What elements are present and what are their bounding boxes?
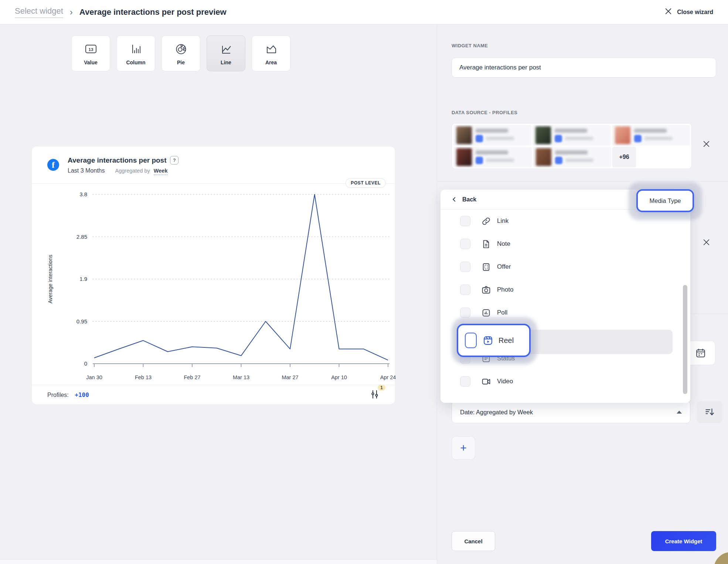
reel-label: Reel — [499, 336, 514, 345]
data-source-label: DATA SOURCE - PROFILES — [452, 110, 517, 115]
profile-item[interactable] — [533, 125, 610, 146]
profiles-row: +96 — [453, 147, 690, 167]
profile-text-blur — [555, 150, 593, 164]
media-type-option-offer[interactable]: Offer — [440, 255, 690, 278]
checkbox[interactable] — [460, 239, 470, 249]
checkbox[interactable] — [460, 308, 470, 318]
create-widget-button[interactable]: Create Widget — [651, 531, 716, 551]
video-icon — [481, 377, 491, 387]
profile-item[interactable] — [612, 125, 690, 146]
data-source-profiles[interactable]: +96 — [452, 123, 692, 169]
aggregated-value[interactable]: Week — [154, 168, 168, 175]
media-type-label: Media Type — [650, 197, 681, 204]
reel-tour-option[interactable]: Reel — [457, 324, 531, 357]
profile-text-blur — [476, 129, 514, 142]
profiles-summary: Profiles: +100 — [47, 391, 89, 398]
widget-type-pie[interactable]: Pie — [161, 35, 200, 71]
card-divider — [32, 183, 395, 184]
preview-title: Average interactions per post — [68, 156, 166, 164]
close-icon — [665, 8, 672, 16]
profile-item[interactable] — [533, 147, 611, 167]
widget-type-label: Pie — [177, 60, 185, 65]
profile-item[interactable] — [453, 125, 531, 146]
help-icon[interactable]: ? — [170, 156, 178, 164]
svg-text:3.8: 3.8 — [79, 191, 87, 197]
checkbox[interactable] — [460, 262, 470, 272]
svg-text:1.9: 1.9 — [79, 276, 87, 282]
widget-type-label: Column — [126, 60, 145, 65]
remove-filter-icon[interactable] — [703, 239, 710, 247]
back-label: Back — [462, 196, 476, 203]
media-type-option-label: Photo — [497, 286, 513, 293]
avatar — [456, 148, 472, 166]
facebook-badge-icon — [555, 157, 562, 164]
chevron-up-icon — [677, 411, 682, 414]
svg-text:0: 0 — [84, 360, 87, 367]
topbar: Select widget › Average interactions per… — [0, 0, 728, 24]
avatar — [456, 126, 472, 144]
media-type-option-label: Video — [497, 378, 513, 385]
widget-wizard-screen: Select widget › Average interactions per… — [0, 0, 728, 564]
media-type-option-note[interactable]: Note — [440, 232, 690, 255]
checkbox[interactable] — [460, 285, 470, 295]
facebook-badge-icon — [634, 135, 642, 142]
panel-section-divider — [437, 181, 728, 181]
profiles-count-link[interactable]: +100 — [75, 391, 89, 398]
close-wizard-label: Close wizard — [677, 9, 713, 16]
sort-descending-icon — [704, 407, 715, 418]
svg-text:Jan 30: Jan 30 — [86, 374, 102, 380]
breadcrumb-select-widget[interactable]: Select widget — [15, 6, 63, 18]
svg-text:Average interactions: Average interactions — [47, 255, 53, 303]
checkbox[interactable] — [460, 376, 470, 387]
widget-name-input[interactable] — [452, 58, 716, 78]
media-type-option-photo[interactable]: Photo — [440, 278, 690, 301]
profile-text-blur — [555, 129, 593, 142]
filter-count-badge: 1 — [378, 385, 385, 391]
media-type-tour-button[interactable]: Media Type — [636, 189, 694, 212]
calendar-icon — [695, 347, 706, 359]
media-type-option-label: Note — [497, 240, 510, 248]
close-wizard-button[interactable]: Close wizard — [665, 8, 713, 16]
reel-checkbox[interactable] — [465, 333, 477, 348]
checkbox[interactable] — [460, 216, 470, 226]
media-type-dropdown: Back LinkNoteOfferPhotoPollReelStatusVid… — [440, 190, 690, 403]
avatar — [615, 126, 630, 144]
date-filter-button[interactable] — [686, 341, 715, 365]
widget-type-line[interactable]: Line — [207, 35, 245, 71]
widget-type-area[interactable]: Area — [252, 35, 290, 71]
widget-preview-card: f Average interactions per post ? Last 3… — [31, 146, 395, 405]
profile-item[interactable] — [453, 147, 532, 167]
profiles-overflow-button[interactable]: +96 — [612, 147, 636, 167]
widget-type-column[interactable]: Column — [116, 35, 155, 71]
media-type-option-label: Link — [497, 217, 508, 225]
area-icon — [263, 42, 279, 58]
svg-text:0.95: 0.95 — [76, 318, 87, 325]
profiles-row — [453, 125, 690, 146]
chevron-left-icon — [452, 197, 457, 202]
bottom-scroll-strip — [0, 559, 437, 564]
preview-title-row: Average interactions per post ? — [68, 156, 178, 164]
sliders-icon — [370, 389, 380, 400]
facebook-badge-icon — [476, 157, 483, 164]
page-title: Average interactions per post preview — [79, 7, 227, 17]
plus-icon: + — [460, 442, 467, 453]
svg-text:2.85: 2.85 — [76, 234, 87, 240]
profile-text-blur — [476, 150, 514, 164]
sort-button[interactable] — [697, 401, 722, 423]
chart-filter-button[interactable]: 1 — [370, 389, 380, 401]
svg-text:13: 13 — [88, 47, 93, 51]
media-type-option-video[interactable]: Video — [440, 370, 690, 393]
widget-type-value[interactable]: 13Value — [71, 35, 110, 71]
date-aggregation-value: Date: Aggregated by Week — [460, 409, 533, 416]
card-footer: Profiles: +100 1 — [32, 385, 395, 405]
add-metric-button[interactable]: + — [452, 436, 475, 460]
note-icon — [481, 239, 491, 249]
preview-chart: 00.951.92.853.8Jan 30Feb 13Feb 27Mar 13M… — [32, 146, 396, 385]
remove-data-source-icon[interactable] — [703, 140, 710, 149]
date-aggregation-select[interactable]: Date: Aggregated by Week — [452, 401, 690, 423]
cancel-button[interactable]: Cancel — [452, 531, 495, 551]
dropdown-scrollbar[interactable] — [683, 285, 687, 394]
media-type-option-label: Offer — [497, 263, 511, 271]
offer-icon — [481, 262, 491, 272]
media-type-list: LinkNoteOfferPhotoPollReelStatusVideo — [440, 210, 690, 393]
